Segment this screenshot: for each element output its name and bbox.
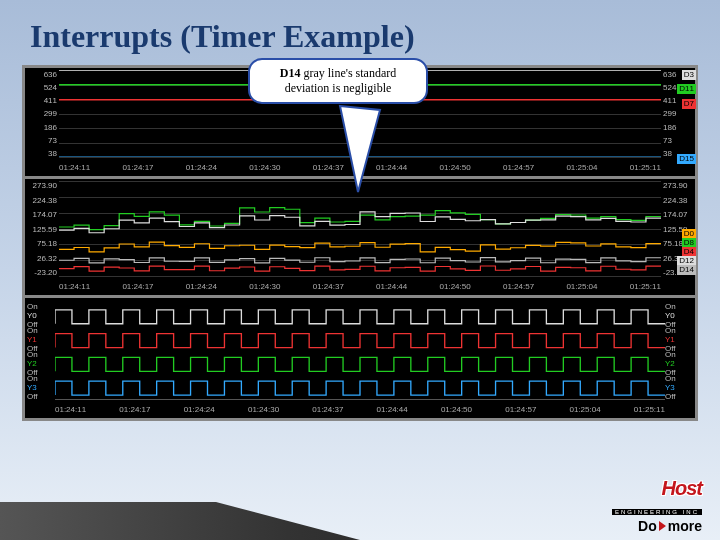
p2-y-axis-left: 273.90224.38174.07125.5975.1826.32-23.20 (27, 181, 57, 277)
x-tick: 01:24:17 (122, 163, 153, 172)
annotation-callout: D14 gray line's standard deviation is ne… (248, 58, 428, 104)
digital-label: On (665, 302, 693, 311)
x-tick: 01:25:04 (566, 282, 597, 291)
digital-label: Y1 (27, 335, 55, 344)
slide-title: Interrupts (Timer Example) (0, 0, 720, 65)
svg-marker-4 (340, 106, 380, 192)
chart-panel-2: 273.90224.38174.07125.5975.1826.32-23.20… (25, 179, 695, 295)
x-tick: 01:24:24 (184, 405, 215, 414)
x-tick: 01:24:50 (440, 282, 471, 291)
y-tick: 299 (663, 109, 693, 118)
product-left: Do (638, 518, 657, 534)
x-tick: 01:24:24 (186, 282, 217, 291)
digital-label: Y0 (27, 311, 55, 320)
callout-tag: D14 (280, 66, 301, 80)
digital-label: Off (665, 392, 693, 401)
digital-label: On (27, 302, 55, 311)
legend-badge: D3 (682, 70, 696, 80)
y-tick: 224.38 (27, 196, 57, 205)
digital-label: Y2 (27, 359, 55, 368)
y-tick: 38 (27, 149, 57, 158)
x-tick: 01:24:24 (186, 163, 217, 172)
y-tick: 273.90 (27, 181, 57, 190)
y-tick: -23.20 (27, 268, 57, 277)
legend-badge: D7 (682, 99, 696, 109)
digital-label: Y3 (27, 383, 55, 392)
product-right: more (668, 518, 702, 534)
y-tick: 411 (27, 96, 57, 105)
x-tick: 01:24:57 (505, 405, 536, 414)
x-tick: 01:24:57 (503, 282, 534, 291)
x-tick: 01:24:17 (122, 282, 153, 291)
x-tick: 01:24:37 (313, 282, 344, 291)
y-tick: 224.38 (663, 196, 693, 205)
digital-label: Y1 (665, 335, 693, 344)
x-tick: 01:24:37 (312, 405, 343, 414)
x-tick: 01:25:11 (630, 163, 661, 172)
y-tick: 524 (27, 83, 57, 92)
digital-label: Y2 (665, 359, 693, 368)
digital-label: Off (27, 392, 55, 401)
p2-x-axis: 01:24:1101:24:1701:24:2401:24:3001:24:37… (59, 282, 661, 291)
x-tick: 01:24:30 (249, 163, 280, 172)
x-tick: 01:24:44 (377, 405, 408, 414)
digital-label: On (665, 374, 693, 383)
y-tick: 186 (663, 123, 693, 132)
y-tick: 273.90 (663, 181, 693, 190)
logo-block: Host ENGINEERING INC Do more (612, 477, 702, 534)
x-tick: 01:24:11 (59, 282, 90, 291)
x-tick: 01:24:44 (376, 282, 407, 291)
legend-badge: D14 (677, 265, 696, 275)
callout-text: gray line's standard deviation is neglig… (285, 66, 397, 95)
p3-x-axis: 01:24:1101:24:1701:24:2401:24:3001:24:37… (55, 405, 665, 414)
x-tick: 01:24:57 (503, 163, 534, 172)
y-tick: 73 (27, 136, 57, 145)
chart-panel-3: 01:24:1101:24:1701:24:2401:24:3001:24:37… (25, 298, 695, 418)
p1-y-axis-left: 6365244112991867338 (27, 70, 57, 158)
product-logo: Do more (612, 518, 702, 534)
y-tick: 75.18 (27, 239, 57, 248)
play-icon (659, 521, 666, 531)
y-tick: 636 (27, 70, 57, 79)
x-tick: 01:25:04 (570, 405, 601, 414)
digital-label: Y3 (665, 383, 693, 392)
x-tick: 01:24:11 (59, 163, 90, 172)
x-tick: 01:24:11 (55, 405, 86, 414)
y-tick: 174.07 (663, 210, 693, 219)
x-tick: 01:24:17 (119, 405, 150, 414)
p1-y-axis-right: 6365244112991867338 (663, 70, 693, 158)
digital-label: Y0 (665, 311, 693, 320)
x-tick: 01:24:50 (440, 163, 471, 172)
digital-label: On (27, 374, 55, 383)
y-tick: 299 (27, 109, 57, 118)
x-tick: 01:24:30 (248, 405, 279, 414)
x-tick: 01:24:50 (441, 405, 472, 414)
digital-label: On (27, 350, 55, 359)
y-tick: 26.32 (27, 254, 57, 263)
y-tick: 174.07 (27, 210, 57, 219)
legend-badge: D15 (677, 154, 696, 164)
x-tick: 01:25:11 (634, 405, 665, 414)
y-tick: 73 (663, 136, 693, 145)
p3-plot (55, 300, 665, 400)
brand-subtitle: ENGINEERING INC (612, 509, 702, 515)
x-tick: 01:25:04 (566, 163, 597, 172)
trend-chart-container: 6365244112991867338 6365244112991867338 … (22, 65, 698, 421)
legend-badge: D11 (677, 84, 696, 94)
digital-label: On (665, 326, 693, 335)
digital-label: On (27, 326, 55, 335)
digital-label: On (665, 350, 693, 359)
y-tick: 125.59 (27, 225, 57, 234)
p3-lines (55, 300, 665, 399)
x-tick: 01:25:11 (630, 282, 661, 291)
x-tick: 01:24:30 (249, 282, 280, 291)
brand-logo: Host (612, 477, 702, 500)
y-tick: 186 (27, 123, 57, 132)
